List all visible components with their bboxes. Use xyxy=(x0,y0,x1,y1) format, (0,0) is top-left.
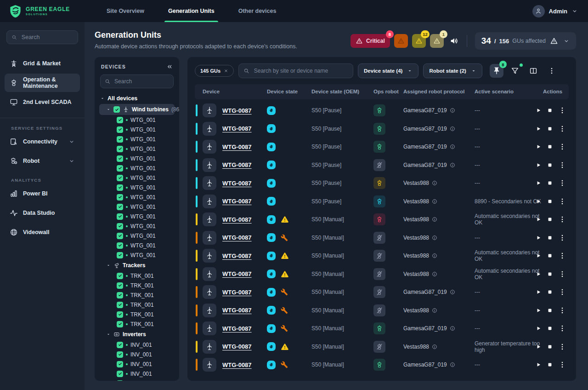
play-button[interactable] xyxy=(536,344,541,350)
sidebar-item-operation-maintenance[interactable]: Operation & Maintenance xyxy=(5,74,80,92)
play-button[interactable] xyxy=(536,253,541,258)
stop-button[interactable] xyxy=(547,362,553,367)
device-link[interactable]: WTG-0087 xyxy=(222,125,252,132)
row-more-button[interactable] xyxy=(559,198,566,205)
play-button[interactable] xyxy=(536,235,541,241)
checkbox-checked[interactable] xyxy=(117,126,123,133)
row-more-button[interactable] xyxy=(559,361,566,368)
checkbox-checked[interactable] xyxy=(117,311,123,318)
tree-item[interactable]: WTG_001 xyxy=(100,173,174,183)
checkbox-checked[interactable] xyxy=(117,242,123,249)
checkbox-checked[interactable] xyxy=(117,204,123,210)
stop-button[interactable] xyxy=(547,344,553,350)
tree-item[interactable]: INV_001 xyxy=(100,359,174,369)
tree-section[interactable]: Wind turbines(867) xyxy=(99,104,175,115)
play-button[interactable] xyxy=(536,362,541,367)
sidebar-item-2nd-level-scada[interactable]: 2nd Level SCADA xyxy=(5,93,80,111)
checkbox-checked[interactable] xyxy=(117,117,123,123)
tree-item[interactable]: WTG_001 xyxy=(100,221,174,231)
checkbox-checked[interactable] xyxy=(117,371,123,377)
info-icon[interactable] xyxy=(432,271,437,277)
row-more-button[interactable] xyxy=(559,307,566,314)
device-link[interactable]: WTG-0087 xyxy=(222,107,252,114)
info-icon[interactable] xyxy=(432,199,437,204)
device-state-filter-dropdown[interactable]: Device state (4) xyxy=(358,63,418,78)
tree-item[interactable]: WTG_001 xyxy=(100,154,174,163)
row-more-button[interactable] xyxy=(559,179,566,187)
device-link[interactable]: WTG-0087 xyxy=(222,270,252,277)
table-row[interactable]: WTG-0087 S50 [Manual] Vestas988 Automati… xyxy=(195,211,569,228)
table-row[interactable]: WTG-0087 S50 [Manual] Vestas988 --- xyxy=(195,302,569,319)
sidebar-item-robot[interactable]: Robot xyxy=(5,152,80,170)
tree-item[interactable]: INV_001 xyxy=(100,340,174,350)
info-icon[interactable] xyxy=(450,144,455,149)
device-link[interactable]: WTG-0087 xyxy=(222,361,252,368)
tree-item[interactable]: WTG_001 xyxy=(100,212,174,221)
info-icon[interactable] xyxy=(432,180,437,186)
table-row[interactable]: WTG-0087 S50 [Manual] GamesaG87_019 --- xyxy=(195,356,569,373)
caret-down-icon[interactable] xyxy=(106,107,111,112)
devices-search[interactable] xyxy=(100,75,174,88)
stop-button[interactable] xyxy=(547,144,553,149)
filter-button[interactable] xyxy=(508,64,522,78)
tree-item[interactable]: WTG_001 xyxy=(100,202,174,212)
sidebar-item-connectivity[interactable]: Connectivity xyxy=(5,132,80,151)
play-button[interactable] xyxy=(536,108,541,113)
info-icon[interactable] xyxy=(432,235,437,241)
tree-item[interactable]: WTG_001 xyxy=(100,134,174,144)
checkbox-checked[interactable] xyxy=(117,302,123,308)
checkbox-checked[interactable] xyxy=(117,155,123,162)
sidebar-item-power-bi[interactable]: Power BI xyxy=(5,184,80,203)
tree-item[interactable]: INV_001 xyxy=(100,379,174,381)
tree-item[interactable]: WTG_001 xyxy=(100,183,174,192)
tree-item[interactable]: WTG_001 xyxy=(100,231,174,241)
row-more-button[interactable] xyxy=(559,216,566,223)
row-more-button[interactable] xyxy=(559,288,566,296)
caret-down-icon[interactable] xyxy=(100,96,105,101)
checkbox-checked[interactable] xyxy=(117,282,123,289)
tree-item[interactable]: WTG_001 xyxy=(100,115,174,125)
warning-alerts-button[interactable]: 12 xyxy=(412,34,426,48)
checkbox-checked[interactable] xyxy=(117,165,123,172)
table-row[interactable]: WTG-0087 S50 [Pause] Vestas988 --- xyxy=(195,175,569,192)
checkbox-checked[interactable] xyxy=(117,380,123,381)
info-icon[interactable] xyxy=(432,344,437,350)
checkbox-checked[interactable] xyxy=(117,361,123,367)
tab-generation-units[interactable]: Generation Units xyxy=(156,0,226,22)
row-more-button[interactable] xyxy=(559,125,566,132)
checkbox-checked[interactable] xyxy=(117,213,123,220)
sidebar-item-videowall[interactable]: Videowall xyxy=(5,223,80,241)
table-row[interactable]: WTG-0087 S50 [Pause] GamesaG87_019 --- xyxy=(195,102,569,119)
checkbox-checked[interactable] xyxy=(117,233,123,239)
checkbox-checked[interactable] xyxy=(117,184,123,191)
play-button[interactable] xyxy=(536,199,541,204)
table-row[interactable]: WTG-0087 S50 [Pause] GamesaG87_019 --- xyxy=(195,156,569,173)
info-icon[interactable] xyxy=(450,162,455,168)
row-more-button[interactable] xyxy=(559,252,566,259)
collapse-panel-icon[interactable] xyxy=(166,63,173,70)
row-more-button[interactable] xyxy=(559,143,566,150)
info-icon[interactable] xyxy=(450,126,455,132)
checkbox-checked[interactable] xyxy=(117,194,123,201)
sidebar-search-input[interactable] xyxy=(21,34,73,41)
checkbox-checked[interactable] xyxy=(117,273,123,279)
tree-item[interactable]: WTG_001 xyxy=(100,163,174,173)
checkbox-checked[interactable] xyxy=(117,136,123,143)
info-icon[interactable] xyxy=(450,289,455,295)
play-button[interactable] xyxy=(536,271,541,277)
gus-affected-summary[interactable]: 34 / 156 GUs affected xyxy=(475,32,576,50)
play-button[interactable] xyxy=(536,217,541,222)
minor-alerts-button[interactable]: 1 xyxy=(430,34,444,48)
device-link[interactable]: WTG-0087 xyxy=(222,143,252,150)
play-button[interactable] xyxy=(536,144,541,149)
device-link[interactable]: WTG-0087 xyxy=(222,161,252,168)
sidebar-item-grid-market[interactable]: Grid & Market xyxy=(5,54,80,73)
stop-button[interactable] xyxy=(547,326,553,331)
caret-down-icon[interactable] xyxy=(106,263,111,268)
table-row[interactable]: WTG-0087 S50 [Manual] GamesaG87_019 --- xyxy=(195,284,569,301)
table-row[interactable]: WTG-0087 S50 [Manual] GamesaG87_019 --- xyxy=(195,320,569,337)
device-link[interactable]: WTG-0087 xyxy=(222,198,252,205)
tree-item[interactable]: WTG_001 xyxy=(100,144,174,154)
play-button[interactable] xyxy=(536,308,541,313)
critical-alerts-button[interactable]: Critical 8 xyxy=(351,34,390,48)
